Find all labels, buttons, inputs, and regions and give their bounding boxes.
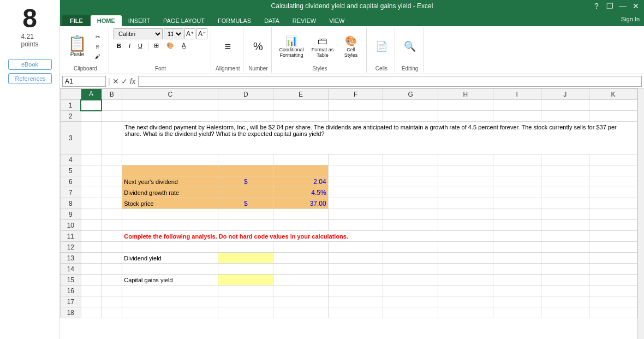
cell-C8[interactable]: Stock price <box>122 198 218 209</box>
cell-D9[interactable] <box>218 209 273 220</box>
cell-A11[interactable] <box>81 231 102 242</box>
cell-I9[interactable] <box>493 209 541 220</box>
cell-E10[interactable] <box>273 220 329 231</box>
cell-I2[interactable] <box>493 111 541 122</box>
cell-H5[interactable] <box>438 165 493 176</box>
cell-F7[interactable] <box>328 187 383 198</box>
cell-K4[interactable] <box>589 154 637 165</box>
cell-I4[interactable] <box>493 154 541 165</box>
cell-E6[interactable]: 2.04 <box>273 176 329 187</box>
cell-G17[interactable] <box>383 296 438 307</box>
cut-button[interactable]: ✂ <box>90 33 105 41</box>
underline-button[interactable]: U <box>135 41 146 50</box>
cell-H14[interactable] <box>438 264 493 275</box>
cell-G8[interactable] <box>383 198 438 209</box>
tab-review[interactable]: REVIEW <box>286 15 323 26</box>
tab-home[interactable]: HOME <box>91 15 122 26</box>
cell-E15[interactable] <box>273 275 329 286</box>
tab-data[interactable]: DATA <box>258 15 286 26</box>
col-header-G[interactable]: G <box>383 89 438 100</box>
cell-E18[interactable] <box>273 307 329 318</box>
number-format-button[interactable]: % <box>251 39 266 54</box>
cell-H10[interactable] <box>438 220 493 231</box>
cell-K17[interactable] <box>589 296 637 307</box>
help-button[interactable]: ? <box>591 0 603 12</box>
cell-G10[interactable] <box>383 220 438 231</box>
cell-K14[interactable] <box>589 264 637 275</box>
cell-G14[interactable] <box>383 264 438 275</box>
cell-D2[interactable] <box>218 111 273 122</box>
cell-C9[interactable] <box>122 209 218 220</box>
cell-F4[interactable] <box>328 154 383 165</box>
cell-B18[interactable] <box>102 307 122 318</box>
col-header-B[interactable]: B <box>102 89 122 100</box>
cell-H16[interactable] <box>438 286 493 296</box>
cell-G13[interactable] <box>383 253 438 264</box>
cell-C13[interactable]: Dividend yield <box>122 253 218 264</box>
cell-E17[interactable] <box>273 296 329 307</box>
col-header-F[interactable]: F <box>328 89 383 100</box>
cell-G1[interactable] <box>383 100 438 111</box>
tab-page-layout[interactable]: PAGE LAYOUT <box>157 15 211 26</box>
cell-A3[interactable] <box>81 122 102 154</box>
cell-E1[interactable] <box>273 100 329 111</box>
cell-E9[interactable] <box>273 209 329 220</box>
cell-K16[interactable] <box>589 286 637 296</box>
col-header-E[interactable]: E <box>273 89 329 100</box>
cell-B7[interactable] <box>102 187 122 198</box>
cell-E4[interactable] <box>273 154 329 165</box>
cell-J10[interactable] <box>541 220 589 231</box>
format-table-button[interactable]: 🗃 Format as Table <box>307 34 337 59</box>
cell-D18[interactable] <box>218 307 273 318</box>
cell-A7[interactable] <box>81 187 102 198</box>
cell-J4[interactable] <box>541 154 589 165</box>
cell-K7[interactable] <box>589 187 637 198</box>
cell-B4[interactable] <box>102 154 122 165</box>
cell-A2[interactable] <box>81 111 102 122</box>
cell-D4[interactable] <box>218 154 273 165</box>
cell-F16[interactable] <box>328 286 383 296</box>
cell-K13[interactable] <box>589 253 637 264</box>
cell-C15[interactable]: Capital gains yield <box>122 275 218 286</box>
cell-K1[interactable] <box>589 100 637 111</box>
cell-B6[interactable] <box>102 176 122 187</box>
cell-I8[interactable] <box>493 198 541 209</box>
cell-A8[interactable] <box>81 198 102 209</box>
cell-C11[interactable]: Complete the following analysis. Do not … <box>122 231 493 242</box>
cell-B5[interactable] <box>102 165 122 176</box>
cell-K18[interactable] <box>589 307 637 318</box>
cell-K5[interactable] <box>589 165 637 176</box>
cell-D15[interactable] <box>218 275 273 286</box>
cell-C1[interactable] <box>122 100 218 111</box>
cell-B3[interactable] <box>102 122 122 154</box>
cell-D17[interactable] <box>218 296 273 307</box>
col-header-H[interactable]: H <box>438 89 493 100</box>
cell-styles-button[interactable]: 🎨 Cell Styles <box>338 34 363 59</box>
cell-A4[interactable] <box>81 154 102 165</box>
cell-B8[interactable] <box>102 198 122 209</box>
cell-F1[interactable] <box>328 100 383 111</box>
paste-button[interactable]: 📋 Paste <box>65 35 89 58</box>
cell-H12[interactable] <box>438 242 493 253</box>
border-button[interactable]: ⊞ <box>151 41 162 50</box>
cell-I10[interactable] <box>493 220 541 231</box>
cell-E5[interactable] <box>273 165 329 176</box>
cell-J16[interactable] <box>541 286 589 296</box>
cell-A12[interactable] <box>81 242 102 253</box>
cell-K15[interactable] <box>589 275 637 286</box>
cell-C12[interactable] <box>122 242 218 253</box>
font-name-select[interactable]: Calibri <box>114 28 163 39</box>
cell-E16[interactable] <box>273 286 329 296</box>
fill-color-button[interactable]: 🎨 <box>163 41 177 50</box>
cell-D1[interactable] <box>218 100 273 111</box>
cell-G4[interactable] <box>383 154 438 165</box>
cell-A9[interactable] <box>81 209 102 220</box>
cell-F13[interactable] <box>328 253 383 264</box>
cell-A5[interactable] <box>81 165 102 176</box>
cell-C7[interactable]: Dividend growth rate <box>122 187 218 198</box>
cell-J13[interactable] <box>541 253 589 264</box>
cell-J17[interactable] <box>541 296 589 307</box>
cell-D12[interactable] <box>218 242 273 253</box>
cell-B14[interactable] <box>102 264 122 275</box>
cell-C5[interactable] <box>122 165 218 176</box>
